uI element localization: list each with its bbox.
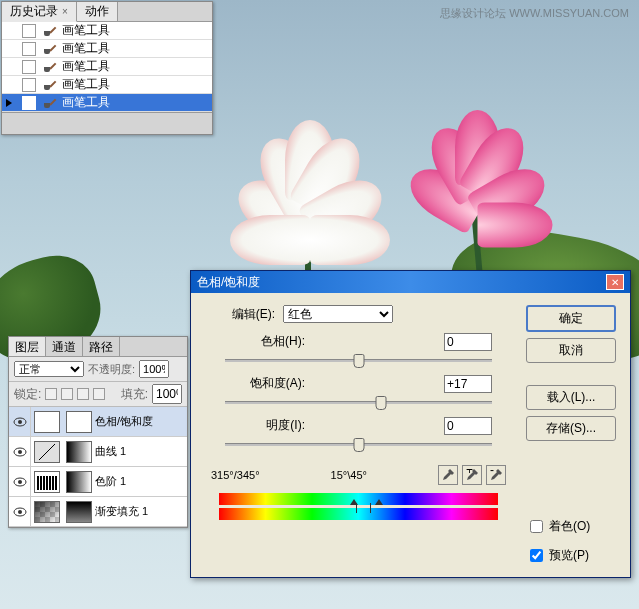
close-button[interactable]: ✕ (606, 274, 624, 290)
history-item-label: 画笔工具 (62, 94, 110, 111)
tab-history[interactable]: 历史记录 × (2, 2, 77, 22)
lock-label: 锁定: (14, 386, 41, 403)
history-snapshot-checkbox[interactable] (22, 42, 36, 56)
history-item[interactable]: 画笔工具 (2, 22, 212, 40)
history-snapshot-checkbox[interactable] (22, 78, 36, 92)
layer-thumbnail[interactable] (34, 441, 60, 463)
history-item-label: 画笔工具 (62, 76, 110, 93)
lightness-slider-thumb[interactable] (353, 438, 364, 452)
lock-all-icon[interactable] (93, 388, 105, 400)
brush-icon (40, 42, 58, 56)
svg-point-1 (18, 420, 22, 424)
saturation-label: 饱和度(A): (225, 375, 305, 393)
tab-actions[interactable]: 动作 (77, 2, 118, 21)
layer-name[interactable]: 渐变填充 1 (95, 504, 148, 519)
close-icon[interactable]: × (62, 6, 68, 17)
hue-label: 色相(H): (225, 333, 305, 351)
brush-icon (40, 24, 58, 38)
brush-icon (40, 60, 58, 74)
hue-saturation-dialog: 色相/饱和度 ✕ 编辑(E): 红色 色相(H): 饱和度(A): (190, 270, 631, 578)
edit-select[interactable]: 红色 (283, 305, 393, 323)
preview-label: 预览(P) (549, 547, 589, 564)
history-tabs: 历史记录 × 动作 (2, 2, 212, 22)
lightness-slider[interactable] (225, 437, 492, 455)
layers-panel: 图层 通道 路径 正常 不透明度: 锁定: 填充: 色相/饱和度曲线 1色阶 1… (8, 336, 188, 528)
colorize-checkbox[interactable] (530, 520, 543, 533)
history-snapshot-checkbox[interactable] (22, 96, 36, 110)
visibility-eye-icon[interactable] (9, 497, 31, 527)
history-item[interactable]: 画笔工具 (2, 40, 212, 58)
layer-name[interactable]: 曲线 1 (95, 444, 126, 459)
fill-input[interactable] (152, 384, 182, 404)
eyedropper-icon[interactable] (438, 465, 458, 485)
layer-name[interactable]: 色阶 1 (95, 474, 126, 489)
brush-icon (40, 78, 58, 92)
layer-thumbnail[interactable] (34, 471, 60, 493)
saturation-slider-thumb[interactable] (376, 396, 387, 410)
preview-checkbox[interactable] (530, 549, 543, 562)
history-item-label: 画笔工具 (62, 40, 110, 57)
blend-mode-select[interactable]: 正常 (14, 361, 84, 377)
saturation-slider[interactable] (225, 395, 492, 413)
hue-slider-thumb[interactable] (353, 354, 364, 368)
svg-text:-: - (490, 469, 494, 477)
saturation-input[interactable] (444, 375, 492, 393)
history-footer (2, 112, 212, 134)
colorize-label: 着色(O) (549, 518, 590, 535)
visibility-eye-icon[interactable] (9, 437, 31, 467)
dialog-title: 色相/饱和度 (197, 274, 260, 291)
visibility-eye-icon[interactable] (9, 407, 31, 437)
history-marker-icon (6, 99, 12, 107)
layer-row[interactable]: 色阶 1 (9, 467, 187, 497)
history-item[interactable]: 画笔工具 (2, 76, 212, 94)
layers-tabs: 图层 通道 路径 (9, 337, 187, 357)
layer-row[interactable]: 色相/饱和度 (9, 407, 187, 437)
lock-move-icon[interactable] (77, 388, 89, 400)
layer-mask-thumbnail[interactable] (66, 441, 92, 463)
tab-layers[interactable]: 图层 (9, 337, 46, 356)
history-snapshot-checkbox[interactable] (22, 24, 36, 38)
ok-button[interactable]: 确定 (526, 305, 616, 332)
lightness-label: 明度(I): (225, 417, 305, 435)
layer-mask-thumbnail[interactable] (66, 471, 92, 493)
history-item-label: 画笔工具 (62, 22, 110, 39)
tab-channels[interactable]: 通道 (46, 337, 83, 356)
layer-mask-thumbnail[interactable] (66, 411, 92, 433)
layer-thumbnail[interactable] (34, 501, 60, 523)
edit-label: 编辑(E): (205, 306, 275, 323)
eyedropper-plus-icon[interactable]: + (462, 465, 482, 485)
history-item-label: 画笔工具 (62, 58, 110, 75)
color-spectrum[interactable] (219, 493, 498, 525)
tab-actions-label: 动作 (85, 3, 109, 20)
layer-thumbnail[interactable] (34, 411, 60, 433)
hue-slider[interactable] (225, 353, 492, 371)
svg-text:+: + (466, 469, 473, 477)
cancel-button[interactable]: 取消 (526, 338, 616, 363)
lightness-input[interactable] (444, 417, 492, 435)
opacity-input[interactable] (139, 360, 169, 378)
visibility-eye-icon[interactable] (9, 467, 31, 497)
range-right: 15°\45° (331, 469, 367, 481)
layer-row[interactable]: 渐变填充 1 (9, 497, 187, 527)
tab-history-label: 历史记录 (10, 3, 58, 20)
layer-mask-thumbnail[interactable] (66, 501, 92, 523)
history-panel: 历史记录 × 动作 画笔工具画笔工具画笔工具画笔工具画笔工具 (1, 1, 213, 135)
history-item[interactable]: 画笔工具 (2, 58, 212, 76)
layer-row[interactable]: 曲线 1 (9, 437, 187, 467)
hue-input[interactable] (444, 333, 492, 351)
lock-paint-icon[interactable] (61, 388, 73, 400)
layer-name[interactable]: 色相/饱和度 (95, 414, 153, 429)
lock-transparent-icon[interactable] (45, 388, 57, 400)
tab-paths[interactable]: 路径 (83, 337, 120, 356)
svg-point-3 (18, 450, 22, 454)
svg-point-5 (18, 480, 22, 484)
eyedropper-minus-icon[interactable]: - (486, 465, 506, 485)
save-button[interactable]: 存储(S)... (526, 416, 616, 441)
dialog-titlebar[interactable]: 色相/饱和度 ✕ (191, 271, 630, 293)
opacity-label: 不透明度: (88, 362, 135, 377)
history-item[interactable]: 画笔工具 (2, 94, 212, 112)
svg-point-7 (18, 510, 22, 514)
load-button[interactable]: 载入(L)... (526, 385, 616, 410)
watermark-text: 思缘设计论坛 WWW.MISSYUAN.COM (440, 6, 629, 21)
history-snapshot-checkbox[interactable] (22, 60, 36, 74)
